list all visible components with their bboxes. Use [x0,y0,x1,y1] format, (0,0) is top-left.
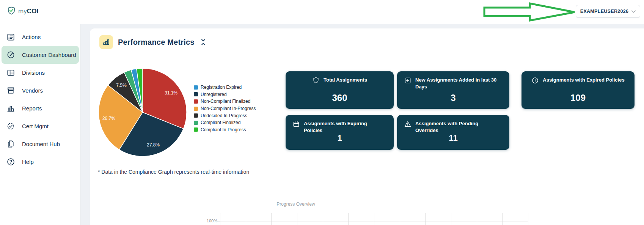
reports-bars-icon [6,104,15,113]
legend-item[interactable]: Non-Compliant In-Progress [194,105,256,112]
kpi-card-pending-overrides[interactable]: Assignments with Pending Overrides 11 [397,115,509,150]
sidebar-item-vendors[interactable]: Vendors [2,82,79,99]
vendors-storefront-icon [6,86,15,95]
gridline-vertical [246,213,246,225]
sidebar-item-label: Divisions [22,69,45,76]
top-header: myCOI EXAMPLEUSER2026 [0,0,644,24]
legend-label: Registration Expired [201,85,242,90]
pie-slice-label: 27.8% [147,142,160,148]
sidebar-item-label: Actions [22,34,41,40]
app-root: myCOI EXAMPLEUSER2026 Actions Customer D… [0,0,644,225]
user-menu-button[interactable]: EXAMPLEUSER2026 [576,5,640,18]
legend-item[interactable]: Registration Expired [194,84,256,91]
legend-swatch [194,127,198,132]
legend-item[interactable]: Compliant In-Progress [194,126,256,134]
kpi-value: 3 [397,93,509,103]
help-circle-icon [6,157,15,167]
legend-label: Undecided In-Progress [201,113,247,118]
legend-item[interactable]: Undecided In-Progress [194,112,256,119]
divisions-layout-icon [6,68,15,77]
compliance-pie-chart[interactable]: 31.1%27.8%26.7%7.5% [98,68,187,157]
legend-label: Unregistered [201,92,227,97]
sidebar-item-cert-mgmt[interactable]: Cert Mgmt [2,117,79,135]
collapse-section-icon[interactable] [201,39,206,46]
main-content-panel: Performance Metrics 31.1%27.8%26.7%7.5% … [90,28,644,225]
alert-triangle-icon [404,120,412,128]
logo-text-my: my [18,8,27,15]
sidebar-item-label: Help [22,159,34,165]
kpi-label: Assignments with Pending Overrides [415,120,503,134]
sidebar-item-reports[interactable]: Reports [2,99,79,117]
kpi-label: New Assignments Added in last 30 Days [415,77,498,90]
kpi-card-expired-policies[interactable]: Assignments with Expired Policies 109 [521,71,635,109]
logo-text-coi: COI [27,8,39,15]
sidebar-item-label: Document Hub [22,141,60,147]
sidebar-item-label: Vendors [22,87,43,94]
user-menu-label: EXAMPLEUSER2026 [580,9,628,14]
kpi-card-expiring-policies[interactable]: Assignments with Expiring Policies 1 [286,115,394,150]
legend-label: Compliant In-Progress [201,127,246,132]
progress-y-tick-100: 100% [202,219,217,223]
gridline-vertical [528,213,528,225]
kpi-card-new-assignments[interactable]: New Assignments Added in last 30 Days 3 [397,71,509,109]
gridline-vertical [348,213,349,225]
shield-check-logo-icon [7,6,16,17]
shield-icon [312,77,320,84]
gridline-vertical [425,213,426,225]
alert-circle-icon [531,77,539,84]
sidebar-item-actions[interactable]: Actions [2,28,79,46]
chevron-down-icon [631,10,636,13]
sidebar-item-label: Cert Mgmt [22,123,49,129]
legend-swatch [194,92,198,96]
sidebar-item-label: Reports [22,105,42,112]
gridline-vertical [400,213,400,225]
plus-square-icon [404,77,412,84]
cert-seal-check-icon [6,122,15,131]
legend-label: Compliant Finalized [201,120,240,125]
legend-label: Non-Compliant In-Progress [201,106,256,111]
kpi-value: 109 [521,93,635,103]
y-axis-tick [217,222,220,222]
legend-swatch [194,113,198,118]
pie-slice-label: 26.7% [102,116,115,121]
legend-item[interactable]: Non-Compliant Finalized [194,98,256,105]
kpi-card-total-assignments[interactable]: Total Assignments 360 [286,71,394,109]
annotation-arrow [482,2,577,23]
calendar-icon [292,120,300,128]
gridline-vertical [323,213,323,225]
sidebar-item-document-hub[interactable]: Document Hub [2,135,79,153]
legend-swatch [194,107,198,111]
gridline-100pct [220,222,528,222]
legend-item[interactable]: Unregistered [194,91,256,98]
mycoi-logo[interactable]: myCOI [7,6,39,17]
legend-swatch [194,121,198,125]
kpi-label: Assignments with Expired Policies [543,77,624,83]
sidebar-item-customer-dashboard[interactable]: Customer Dashboard [2,46,79,64]
sidebar-item-help[interactable]: Help [2,153,79,171]
kpi-label: Assignments with Expiring Policies [304,120,387,134]
kpi-value: 1 [286,133,394,143]
pie-slice-label: 7.5% [116,83,127,88]
pie-slice-label: 31.1% [165,90,177,96]
gridline-vertical [297,213,297,225]
legend-swatch [194,85,198,90]
gridline-vertical [374,213,374,225]
pie-legend: Registration Expired Unregistered Non-Co… [194,84,256,133]
gridline-vertical [477,213,477,225]
legend-swatch [194,99,198,104]
sidebar-item-divisions[interactable]: Divisions [2,64,79,82]
progress-overview-title: Progress Overview [258,201,334,207]
gridline-vertical [220,213,220,225]
progress-overview-chart[interactable] [220,213,528,225]
actions-list-icon [6,33,15,42]
legend-label: Non-Compliant Finalized [201,99,250,104]
bar-chart-icon [99,35,113,49]
legend-item[interactable]: Compliant Finalized [194,119,256,126]
section-title: Performance Metrics [118,38,195,47]
compliance-footnote: * Data in the Compliance Graph represent… [98,169,249,175]
kpi-value: 11 [397,133,509,143]
kpi-value: 360 [286,93,394,103]
sidebar-nav: Actions Customer Dashboard Divisions Ven… [0,24,81,225]
gridline-vertical [502,213,503,225]
gridline-vertical [451,213,451,225]
